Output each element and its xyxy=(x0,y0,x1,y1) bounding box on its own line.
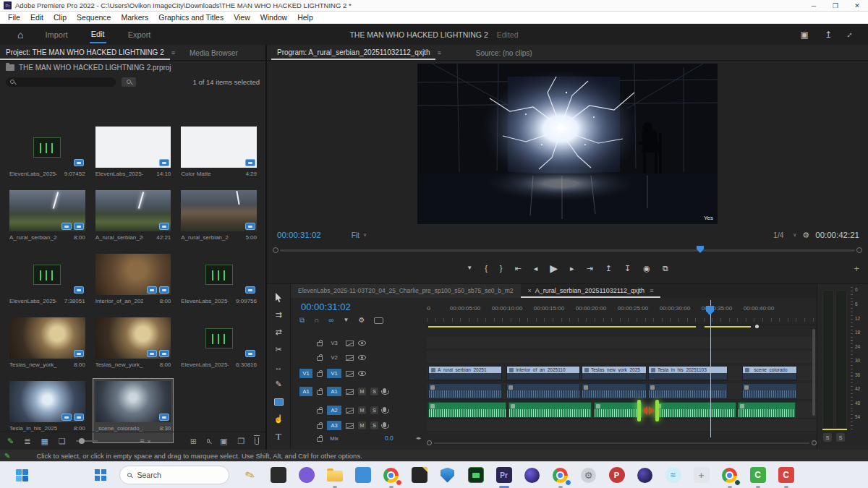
lock-icon[interactable] xyxy=(317,342,323,346)
voiceover-mic-icon[interactable] xyxy=(383,407,386,412)
timeline-clip[interactable]: Teslas_new_york_2025 xyxy=(582,366,647,380)
close-tab-icon[interactable]: × xyxy=(528,287,532,294)
filter-bin-button[interactable] xyxy=(122,77,136,87)
vertical-scrollbar[interactable] xyxy=(812,329,815,416)
project-item[interactable]: ElevenLabs_2025-...9:09756 xyxy=(179,252,259,315)
timeline-clip[interactable]: A_rural_serbian_20251 xyxy=(428,366,502,380)
list-view-button[interactable]: ≣ xyxy=(24,437,30,445)
audio-clip[interactable] xyxy=(582,383,647,399)
comparison-view-button[interactable]: ⧉ xyxy=(663,265,668,273)
scrub-end-handle[interactable] xyxy=(856,247,862,253)
step-forward-button[interactable]: ▸ xyxy=(570,265,574,273)
nest-toggle-icon[interactable]: ⧉ xyxy=(299,317,305,324)
tab-edit[interactable]: Edit xyxy=(90,25,106,43)
start-button[interactable] xyxy=(95,469,106,481)
panel-menu-icon[interactable]: ≡ xyxy=(171,49,175,56)
tab-media-browser[interactable]: Media Browser xyxy=(184,46,244,59)
eye-icon[interactable] xyxy=(358,341,366,346)
menu-edit[interactable]: Edit xyxy=(25,13,48,22)
voiceover-clip[interactable] xyxy=(655,402,736,418)
track-a2-lane[interactable] xyxy=(427,402,817,419)
sort-chevron-icon[interactable]: ∨ xyxy=(148,439,151,444)
scrollbar-handle[interactable] xyxy=(427,440,432,445)
solo-button[interactable]: S xyxy=(370,421,378,429)
premiere-pro-icon[interactable]: Pr xyxy=(495,466,514,484)
lock-icon[interactable] xyxy=(317,437,323,442)
zoom-slider[interactable] xyxy=(76,440,98,442)
track-v2-lane[interactable] xyxy=(427,351,817,364)
project-item[interactable]: Teslas_new_york_202...8:00 xyxy=(93,315,174,379)
bin-name[interactable]: THE MAN WHO HACKED LIGHTNING 2.prproj xyxy=(19,64,171,72)
step-back-button[interactable]: ◂ xyxy=(534,265,538,273)
lock-icon[interactable] xyxy=(317,409,323,414)
eye-icon[interactable] xyxy=(358,371,366,376)
project-item[interactable]: A_rural_serbian_2025...5:00 xyxy=(179,188,259,252)
close-button[interactable]: ✕ xyxy=(846,2,868,9)
voiceover-clip[interactable] xyxy=(594,402,642,418)
track-select-forward-tool[interactable]: ⇉ xyxy=(270,307,287,322)
menu-help[interactable]: Help xyxy=(292,13,318,22)
sync-lock-icon[interactable] xyxy=(346,408,354,414)
menu-window[interactable]: Window xyxy=(255,13,292,22)
mute-button[interactable]: M xyxy=(358,421,366,429)
file-explorer-icon[interactable] xyxy=(326,466,344,484)
voiceover-mic-icon[interactable] xyxy=(383,388,386,393)
lock-icon[interactable] xyxy=(317,424,323,429)
voiceover-mic-icon[interactable] xyxy=(383,422,386,427)
lift-button[interactable]: ↥ xyxy=(605,265,612,273)
program-timecode[interactable]: 00:00:31:02 xyxy=(277,231,321,239)
razor-tool[interactable]: ✂ xyxy=(270,342,287,357)
chrome-icon[interactable] xyxy=(382,466,401,484)
timeline-tab-active[interactable]: × A_rural_serbian_202511032112_qxjth ≡ xyxy=(521,284,661,298)
mute-button[interactable]: M xyxy=(358,406,366,414)
voiceover-clip[interactable] xyxy=(509,402,592,418)
device-app-icon[interactable] xyxy=(354,466,373,484)
sort-icon[interactable]: ≡ xyxy=(140,437,144,445)
go-to-out-button[interactable]: ⇥ xyxy=(587,265,593,273)
export-frame-button[interactable]: ◉ xyxy=(643,265,650,273)
timeline-timecode[interactable]: 00:00:31:02 xyxy=(301,301,351,312)
tab-import[interactable]: Import xyxy=(43,26,69,43)
tab-source[interactable]: Source: (no clips) xyxy=(470,46,538,59)
timeline-tab-inactive[interactable]: ElevenLabs_2025-11-03T20_04_25_Charlie_p… xyxy=(291,284,521,298)
program-scrubber[interactable] xyxy=(273,246,862,254)
browser-orb2-icon[interactable] xyxy=(636,466,655,484)
track-header-mix[interactable]: Mix 0.0 ◂▸ xyxy=(291,433,427,443)
project-item[interactable]: Teslas_new_york_202...8:00 xyxy=(7,315,88,379)
tab-project[interactable]: Project: THE MAN WHO HACKED LIGHTNING 2 xyxy=(0,46,170,60)
widgets-button[interactable] xyxy=(16,469,28,481)
timeline-playhead-line[interactable] xyxy=(710,300,711,437)
chrome-profile3-icon[interactable] xyxy=(720,466,739,484)
menu-markers[interactable]: Markers xyxy=(116,13,153,22)
audio-clip[interactable] xyxy=(428,383,502,399)
settings-gear-icon[interactable]: ⚙ xyxy=(579,466,598,484)
track-header-v2[interactable]: V2 xyxy=(291,351,427,364)
browser-orb-icon[interactable] xyxy=(523,466,542,484)
pen-app-icon[interactable]: ✎ xyxy=(241,466,260,484)
source-patch-a1[interactable]: A1 xyxy=(299,387,312,396)
menu-view[interactable]: View xyxy=(229,13,255,22)
defender-shield-icon[interactable] xyxy=(438,466,457,484)
settings-wrench-icon[interactable]: ⚙ xyxy=(802,231,809,239)
project-item[interactable]: ElevenLabs_2025-...7:38051 xyxy=(7,252,88,315)
captions-icon[interactable] xyxy=(374,317,383,324)
panel-menu-icon[interactable]: ≡ xyxy=(437,49,441,56)
playback-resolution-select[interactable]: 1/4 xyxy=(773,231,783,239)
icon-view-button[interactable]: ▦ xyxy=(41,437,48,445)
track-a1-lane[interactable] xyxy=(427,383,817,400)
track-header-a3[interactable]: A3 M S xyxy=(291,419,427,432)
new-bin-button[interactable]: ▣ xyxy=(220,437,227,445)
sync-lock-icon[interactable] xyxy=(346,371,354,377)
sync-lock-icon[interactable] xyxy=(346,389,354,395)
slip-tool[interactable]: ↔ xyxy=(270,359,287,374)
linked-selection-icon[interactable]: ∞ xyxy=(328,317,333,324)
fullscreen-icon[interactable]: ↕ xyxy=(846,30,855,39)
voiceover-clip[interactable] xyxy=(738,402,796,418)
delete-button[interactable] xyxy=(255,437,259,445)
freeform-view-button[interactable]: ❏ xyxy=(59,437,66,445)
track-header-a1[interactable]: A1 A1 M S xyxy=(291,383,427,400)
add-marker-icon[interactable]: ▼ xyxy=(343,317,349,323)
project-item[interactable]: ElevenLabs_2025-...6:30816 xyxy=(179,315,259,379)
mix-level-value[interactable]: 0.0 xyxy=(385,435,393,442)
capcut-red-icon[interactable]: C xyxy=(777,466,796,484)
